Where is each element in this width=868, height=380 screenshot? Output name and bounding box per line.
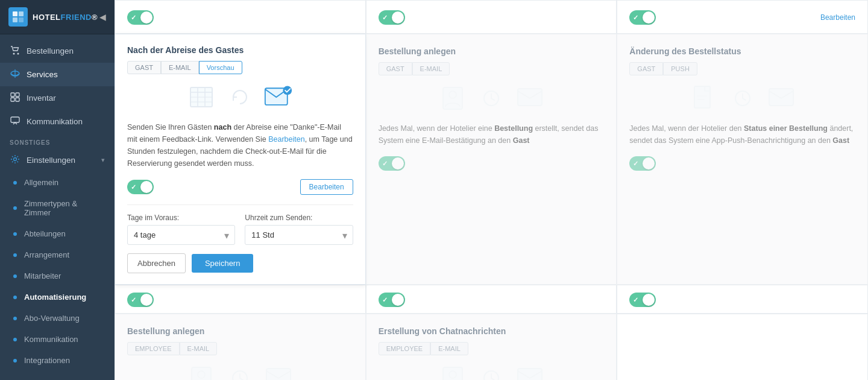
- card-top-1: [115, 0, 366, 34]
- card-bestellung-tabs-1: GAST E-MAIL: [379, 62, 605, 75]
- svg-rect-30: [769, 89, 793, 106]
- svg-point-4: [13, 53, 15, 55]
- services-icon: [10, 69, 20, 80]
- form-group-tage: Tage im Voraus: 4 tage 1 tage 2 tage 3 t…: [127, 214, 235, 245]
- sidebar-header: HOTELFRIEND® ◀: [0, 0, 115, 34]
- speichern-button[interactable]: Speichern: [192, 254, 254, 273]
- card-nach-abreise-tabs: GAST E-MAIL Vorschau: [127, 61, 353, 74]
- einstellungen-arrow: ▾: [101, 156, 105, 164]
- dot-abo: [13, 317, 17, 320]
- sidebar-item-automatisierung[interactable]: Automatisierung: [0, 287, 115, 308]
- sidebar-item-ticket-support[interactable]: Ticket Support: [0, 373, 115, 380]
- toggle-bestellung-1[interactable]: [379, 156, 405, 171]
- abbrechen-button[interactable]: Abbrechen: [127, 253, 186, 273]
- icon-person-1: [438, 84, 467, 113]
- toggle-bottom-3[interactable]: [629, 293, 656, 307]
- tab-email-be[interactable]: E-MAIL: [180, 342, 218, 355]
- sidebar: HOTELFRIEND® ◀ Bestellungen: [0, 0, 115, 380]
- sidebar-item-services[interactable]: Services: [0, 63, 115, 86]
- icon-table: [187, 83, 216, 112]
- sidebar-label-allgemein: Allgemein: [24, 178, 58, 187]
- toggle-aenderung[interactable]: [629, 156, 656, 171]
- sidebar-item-abo[interactable]: Abo-Verwaltung: [0, 308, 115, 329]
- icon-email-ec: [515, 364, 544, 380]
- tab-email[interactable]: E-MAIL: [161, 61, 199, 74]
- tab-push-a[interactable]: PUSH: [663, 62, 697, 75]
- svg-rect-7: [11, 93, 14, 97]
- svg-rect-2: [13, 17, 17, 22]
- tab-gast-a[interactable]: GAST: [629, 62, 663, 75]
- sidebar-label-bestellungen: Bestellungen: [27, 46, 74, 55]
- card-aenderung-desc: Jedes Mal, wenn der Hotelier den Status …: [629, 122, 855, 147]
- sidebar-item-allgemein[interactable]: Allgemein: [0, 172, 115, 193]
- tage-select[interactable]: 4 tage 1 tage 2 tage 3 tage 5 tage: [127, 225, 235, 245]
- sidebar-label-automatisierung: Automatisierung: [24, 293, 86, 302]
- tab-gast-b1[interactable]: GAST: [379, 62, 412, 75]
- logo-icon: [8, 7, 28, 27]
- toggle-top-1[interactable]: [127, 10, 154, 25]
- icon-person-ec: [438, 364, 467, 380]
- sidebar-label-einstellungen: Einstellungen: [27, 156, 75, 165]
- sidebar-label-inventar: Inventar: [27, 93, 56, 103]
- sidebar-label-zimmertypen: Zimmertypen & Zimmer: [24, 199, 105, 217]
- sidebar-nav: Bestellungen Services Inven: [0, 34, 115, 380]
- card-bottom-toggle-1: [115, 285, 366, 314]
- tab-employee-ec[interactable]: EMPLOYEE: [379, 342, 431, 355]
- card-erstellung-chat-icons: [379, 364, 605, 380]
- sidebar-item-zimmertypen[interactable]: Zimmertypen & Zimmer: [0, 193, 115, 223]
- sidebar-item-bestellungen[interactable]: Bestellungen: [0, 39, 115, 63]
- sidebar-item-abteilungen[interactable]: Abteilungen: [0, 223, 115, 244]
- card-bestellung-employee-title: Bestellung anlegen: [127, 326, 353, 336]
- bearbeiten-top-link[interactable]: Bearbeiten: [820, 13, 855, 22]
- card-aenderung-tabs: GAST PUSH: [629, 62, 855, 75]
- card-nach-abreise-icons: [127, 83, 353, 112]
- tab-email-ec[interactable]: E-MAIL: [430, 342, 468, 355]
- svg-point-5: [17, 53, 19, 55]
- main-content: Bearbeiten Nach der Abreise des Gastes G…: [115, 0, 868, 380]
- uhrzeit-label: Uhrzeit zum Senden:: [245, 214, 353, 222]
- sidebar-item-integrationen[interactable]: Integrationen: [0, 350, 115, 371]
- sidebar-item-mitarbeiter[interactable]: Mitarbeiter: [0, 265, 115, 287]
- svg-rect-25: [518, 89, 542, 106]
- tab-email-b1[interactable]: E-MAIL: [412, 62, 450, 75]
- svg-point-21: [283, 86, 292, 95]
- sidebar-label-integrationen: Integrationen: [24, 356, 70, 365]
- toggle-top-2[interactable]: [379, 10, 405, 25]
- toggle-top-3[interactable]: [629, 10, 656, 25]
- card-bestellung-desc-1: Jedes Mal, wenn der Hotelier eine Bestel…: [379, 122, 605, 147]
- section-label-sonstiges: SONSTIGES: [0, 133, 115, 148]
- icon-clock-a: [728, 84, 757, 113]
- card-bestellung-title-1: Bestellung anlegen: [379, 46, 605, 56]
- toggle-bottom-2[interactable]: [379, 293, 405, 307]
- svg-rect-1: [19, 11, 24, 16]
- logo-area: HOTELFRIEND®: [8, 7, 98, 27]
- card-aenderung-footer: [629, 156, 855, 171]
- tab-gast[interactable]: GAST: [127, 61, 161, 74]
- card-aenderung-icons: [629, 84, 855, 113]
- card-bestellung-footer-1: [379, 156, 605, 171]
- uhrzeit-select[interactable]: 11 Std 8 Std 9 Std 10 Std 12 Std: [245, 225, 353, 245]
- icon-person-be: [187, 364, 216, 380]
- icon-email-a: [767, 84, 796, 113]
- dot-abteilungen: [13, 232, 17, 236]
- tab-employee-be[interactable]: EMPLOYEE: [127, 342, 180, 355]
- sidebar-item-inventar[interactable]: Inventar: [0, 86, 115, 110]
- bearbeiten-button[interactable]: Bearbeiten: [300, 179, 353, 195]
- sidebar-item-arrangement[interactable]: Arrangement: [0, 244, 115, 265]
- card-bottom-toggle-2: [366, 285, 617, 314]
- dot-integrationen: [13, 359, 17, 363]
- tage-label: Tage im Voraus:: [127, 214, 235, 222]
- logo-text: HOTELFRIEND®: [33, 13, 98, 22]
- sidebar-item-kommunikation2[interactable]: Kommunikation: [0, 329, 115, 350]
- tab-vorschau[interactable]: Vorschau: [199, 61, 242, 74]
- collapse-icon[interactable]: ◀: [99, 12, 106, 22]
- sidebar-item-einstellungen[interactable]: Einstellungen ▾: [0, 148, 115, 172]
- form-row: Tage im Voraus: 4 tage 1 tage 2 tage 3 t…: [127, 214, 353, 245]
- toggle-bottom-1[interactable]: [127, 293, 154, 307]
- toggle-nach-abreise[interactable]: [127, 180, 154, 194]
- sidebar-item-kommunikation[interactable]: Kommunikation: [0, 110, 115, 133]
- sidebar-label-kommunikation2: Kommunikation: [24, 335, 78, 344]
- card-bestellung-anlegen-1: Bestellung anlegen GAST E-MAIL: [366, 34, 617, 285]
- sidebar-label-arrangement: Arrangement: [24, 250, 69, 259]
- card-bestellung-icons-1: [379, 84, 605, 113]
